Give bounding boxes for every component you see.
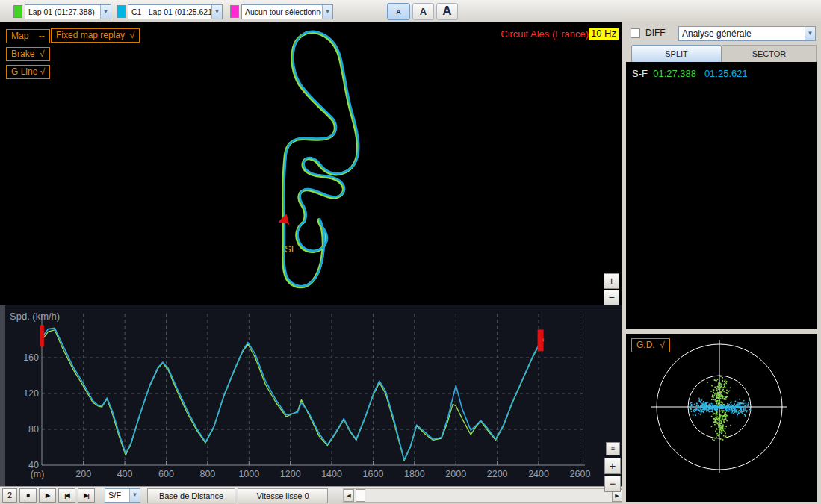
app-window: Lap 01 (01:27.388) - BEST ▼ C1 - Lap 01 … xyxy=(0,0,821,504)
fixed-map-replay-button[interactable]: Fixed map replay √ xyxy=(51,28,140,43)
lap3-selector[interactable]: Aucun tour sélectionné ▼ xyxy=(241,4,333,19)
svg-text:(m): (m) xyxy=(31,469,45,479)
speed-chart-panel: 4080120160200400600800100012001400160018… xyxy=(0,305,622,486)
tab-sector[interactable]: SECTOR xyxy=(722,45,817,62)
lap2-selector-value: C1 - Lap 01 (01:25.621) - BE xyxy=(131,5,211,19)
skip-forward-button: ▶| xyxy=(78,488,95,503)
sample-rate-badge: 10 Hz xyxy=(589,28,619,40)
scroll-left-arrow-icon[interactable]: ◀ xyxy=(344,489,354,502)
svg-text:1200: 1200 xyxy=(280,469,301,479)
svg-text:2400: 2400 xyxy=(528,469,549,479)
play-button: ▶ xyxy=(39,488,56,503)
svg-text:1000: 1000 xyxy=(238,469,259,479)
svg-text:400: 400 xyxy=(117,469,133,479)
svg-text:800: 800 xyxy=(199,469,215,479)
svg-text:1800: 1800 xyxy=(404,469,425,479)
gline-toggle-button[interactable]: G Line √ xyxy=(6,65,50,79)
split-sector-tabs: SPLIT SECTOR xyxy=(626,45,817,62)
chevron-down-icon[interactable]: ▼ xyxy=(211,5,222,19)
g-force-diagram xyxy=(626,334,817,502)
skip-back-icon[interactable]: |◀ xyxy=(64,492,69,499)
scrollbar-thumb[interactable] xyxy=(356,489,365,502)
skip-back-button: |◀ xyxy=(58,488,75,503)
track-map xyxy=(0,22,622,305)
chevron-down-icon[interactable]: ▼ xyxy=(129,489,140,502)
circuit-name: Circuit Ales (France) xyxy=(501,28,589,40)
lap1-selector[interactable]: Lap 01 (01:27.388) - BEST ▼ xyxy=(25,4,111,19)
play-icon[interactable]: ▶ xyxy=(46,492,49,499)
svg-text:120: 120 xyxy=(23,388,39,399)
font-size-medium-button[interactable]: A xyxy=(412,3,434,20)
skip-forward-icon[interactable]: ▶| xyxy=(84,492,88,499)
svg-text:600: 600 xyxy=(158,469,174,479)
analysis-mode-value: Analyse générale xyxy=(682,27,752,40)
gd-toggle-button[interactable]: G.D. √ xyxy=(631,338,670,352)
lap1-selector-value: Lap 01 (01:27.388) - BEST xyxy=(28,5,99,19)
lap1-color-swatch xyxy=(13,5,22,18)
svg-text:Spd. (km/h): Spd. (km/h) xyxy=(10,311,60,322)
svg-text:2000: 2000 xyxy=(445,469,466,479)
svg-text:1400: 1400 xyxy=(321,469,342,479)
counter-button[interactable]: 2 xyxy=(2,488,17,503)
font-size-small-button[interactable]: A xyxy=(387,3,410,20)
start-finish-label: SF xyxy=(285,243,297,255)
split-label: S-F xyxy=(632,68,648,79)
map-zoom-in-button[interactable]: + xyxy=(604,273,619,289)
svg-text:2200: 2200 xyxy=(487,469,508,479)
start-finish-marker-icon xyxy=(279,215,288,224)
split-time-lap1: 01:27.388 xyxy=(653,68,696,79)
map-button[interactable]: Map -- xyxy=(6,29,50,43)
split-time-lap2: 01:25.621 xyxy=(704,68,748,79)
sf-mode-value: S/F xyxy=(108,489,121,502)
sf-mode-selector[interactable]: S/F ▼ xyxy=(105,488,140,503)
tab-split[interactable]: SPLIT xyxy=(631,45,722,62)
lap3-color-swatch xyxy=(230,5,239,18)
chevron-down-icon[interactable]: ▼ xyxy=(322,5,332,19)
lap2-color-swatch xyxy=(117,5,126,18)
playback-toolbar: 2 ■ ▶ |◀ ▶| S/F ▼ Base de Distance Vites… xyxy=(0,486,622,504)
chart-zoom-in-button[interactable]: + xyxy=(604,458,621,474)
lap3-selector-value: Aucun tour sélectionné xyxy=(245,5,321,19)
analysis-mode-selector[interactable]: Analyse générale ▼ xyxy=(678,26,816,41)
split-row: S-F 01:27.388 01:25.621 xyxy=(632,68,748,79)
speed-distance-chart[interactable]: 4080120160200400600800100012001400160018… xyxy=(0,305,622,487)
svg-text:80: 80 xyxy=(28,424,39,435)
chevron-down-icon[interactable]: ▼ xyxy=(805,27,815,40)
svg-text:2600: 2600 xyxy=(570,469,591,479)
top-toolbar: Lap 01 (01:27.388) - BEST ▼ C1 - Lap 01 … xyxy=(0,0,821,22)
chart-menu-button[interactable]: ≡ xyxy=(606,442,620,455)
svg-text:160: 160 xyxy=(23,352,39,363)
stop-button: ■ xyxy=(19,488,37,503)
chart-zoom-out-button[interactable]: − xyxy=(604,476,621,492)
base-de-distance-button[interactable]: Base de Distance xyxy=(147,488,235,503)
brake-toggle-button[interactable]: Brake √ xyxy=(6,47,50,61)
chart-horizontal-scrollbar[interactable]: ◀ ▶ xyxy=(343,488,623,503)
diff-label: DIFF xyxy=(645,28,666,38)
font-size-large-button[interactable]: A xyxy=(436,3,458,20)
g-force-panel: G.D. √ xyxy=(626,334,817,502)
vitesse-lisse-button[interactable]: Vitesse lisse 0 xyxy=(238,488,328,503)
chevron-down-icon[interactable]: ▼ xyxy=(100,5,111,19)
stop-icon[interactable]: ■ xyxy=(27,492,30,499)
diff-checkbox[interactable] xyxy=(631,28,640,38)
lap2-selector[interactable]: C1 - Lap 01 (01:25.621) - BE ▼ xyxy=(128,4,223,19)
map-zoom-out-button[interactable]: − xyxy=(604,290,619,305)
split-times-area: S-F 01:27.388 01:25.621 xyxy=(626,62,817,329)
svg-text:200: 200 xyxy=(75,469,91,479)
svg-text:1600: 1600 xyxy=(363,469,384,479)
track-map-panel: Map -- Fixed map replay √ Brake √ G Line… xyxy=(0,22,622,305)
analysis-panel: DIFF Analyse générale ▼ SPLIT SECTOR S-F… xyxy=(622,22,821,504)
